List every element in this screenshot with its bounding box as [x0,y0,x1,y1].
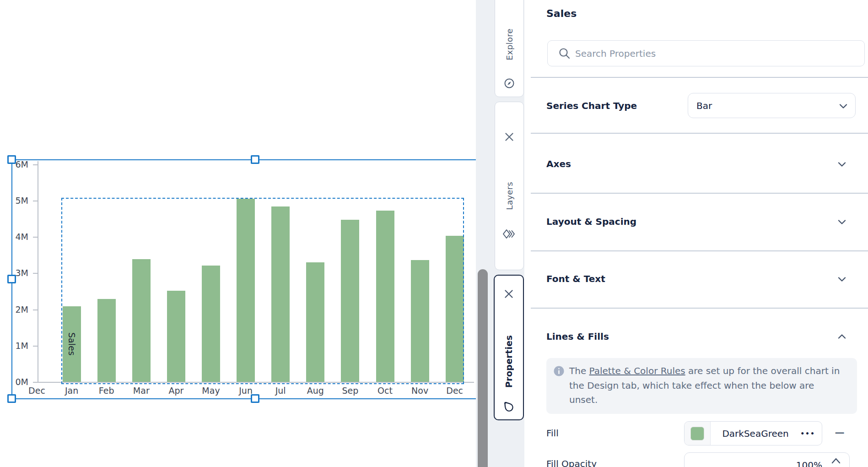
palette-color-rules-link[interactable]: Palette & Color Rules [589,365,685,376]
panel-divider [531,193,868,194]
x-axis-tick-label: Nov [403,386,437,396]
x-axis-tick-label: Apr [159,386,194,396]
y-axis-tick-label: 4M [0,232,28,242]
panel-divider [531,133,868,134]
y-axis-tick [33,164,38,165]
fill-swatch-cell[interactable] [685,422,711,445]
panel-divider [531,250,868,251]
x-axis-tick-label: Jan [54,386,89,396]
y-axis-tick [33,273,38,274]
panel-divider [531,77,868,78]
fill-label: Fill [546,428,559,439]
y-axis-tick [33,346,38,347]
y-axis-tick [33,382,38,383]
tab-layers[interactable]: Layers [495,102,524,270]
tab-properties[interactable]: Properties [494,275,524,420]
x-axis-tick-label: Oct [368,386,403,396]
chevron-down-icon [838,101,849,114]
remove-fill-button[interactable]: − [833,425,846,440]
fill-opacity-label: Fill Opacity [546,458,597,467]
compass-icon [504,78,515,91]
chevron-down-icon [836,159,847,172]
series-chart-type-dropdown[interactable]: Bar [688,93,856,118]
chevron-down-icon [836,217,847,229]
x-axis-tick-label: Dec [437,386,472,396]
tab-explore-label: Explore [505,28,514,60]
selection-handle-bottom-middle[interactable] [251,394,259,403]
series-selection-outline [61,198,464,384]
tab-explore[interactable]: Explore [495,0,524,97]
x-axis-tick-label: May [194,386,228,396]
app-window: 0M1M2M3M4M5M6MSalesDecJanFebMarAprMayJun… [0,0,868,467]
panel-divider [531,308,868,309]
fill-opacity-input[interactable]: 100% [684,452,850,467]
y-axis-tick-label: 2M [0,304,28,315]
close-icon[interactable] [504,131,515,144]
selection-handle-middle-left[interactable] [7,275,16,283]
chevron-down-icon [836,274,847,287]
tab-layers-label: Layers [505,182,514,210]
search-properties-input[interactable] [548,41,864,66]
x-axis-tick-label: Feb [89,386,124,396]
panel-title: Sales [546,8,577,19]
close-icon[interactable] [503,288,514,301]
info-icon [554,366,564,378]
section-header-lines-fills[interactable]: Lines & Fills [546,331,609,342]
selection-handle-bottom-left[interactable] [7,394,16,403]
vertical-scrollbar[interactable] [478,269,488,467]
tab-properties-label: Properties [504,335,514,388]
section-header-font-text[interactable]: Font & Text [546,273,605,284]
selection-border-bottom [11,398,476,399]
info-text-prefix: The [569,365,589,376]
fill-color-swatch[interactable] [690,427,704,440]
x-axis-tick-label: Jul [263,386,298,396]
layers-icon [503,228,516,241]
selection-border-top [11,159,476,160]
y-axis-tick-label: 5M [0,195,28,206]
x-axis-tick-label: Mar [124,386,159,396]
section-header-layout-spacing[interactable]: Layout & Spacing [546,216,636,227]
section-header-axes[interactable]: Axes [546,158,571,169]
search-properties-box [547,40,865,66]
x-axis-tick-label: Sep [333,386,367,396]
info-note: The Palette & Color Rules are set up for… [546,358,857,414]
selection-handle-top-left[interactable] [7,155,16,164]
series-chart-type-value: Bar [696,100,712,111]
fill-color-control[interactable]: DarkSeaGreen ••• [684,421,822,445]
fill-opacity-value: 100% [796,460,822,467]
info-note-text: The Palette & Color Rules are set up for… [569,364,842,407]
x-axis-tick-label: Aug [298,386,333,396]
y-axis-tick [33,201,38,201]
y-axis-tick-label: 1M [0,341,28,351]
fill-color-name: DarkSeaGreen [711,422,800,445]
x-axis-tick-label: Dec [20,386,54,396]
chevron-up-icon [836,331,847,344]
stepper-up-icon[interactable] [830,456,842,467]
more-options-icon[interactable]: ••• [800,422,822,445]
y-axis-line [38,161,38,383]
selection-handle-top-middle[interactable] [251,155,259,164]
y-axis-tick [33,310,38,310]
series-chart-type-label: Series Chart Type [546,100,637,111]
paint-drop-icon [499,396,519,417]
y-axis-tick [33,237,38,238]
